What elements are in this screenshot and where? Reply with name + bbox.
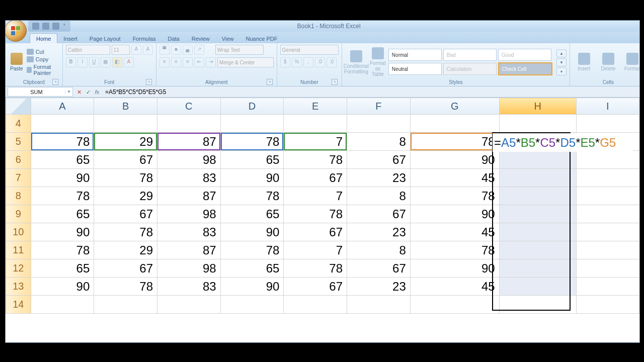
bold-button[interactable]: B bbox=[66, 57, 76, 67]
cell-C13[interactable]: 83 bbox=[157, 278, 221, 296]
conditional-formatting-button[interactable]: Conditional Formatting bbox=[345, 47, 367, 78]
col-header-C[interactable]: C bbox=[157, 98, 221, 115]
number-format-combo[interactable]: General bbox=[280, 45, 339, 55]
cell-G7[interactable]: 45 bbox=[410, 169, 499, 187]
cell-I10[interactable] bbox=[576, 223, 639, 241]
undo-icon[interactable] bbox=[42, 23, 49, 30]
col-header-B[interactable]: B bbox=[94, 98, 157, 115]
cell-H11[interactable] bbox=[499, 241, 576, 259]
font-color-button[interactable]: A bbox=[124, 57, 134, 67]
cell-H8[interactable] bbox=[499, 187, 576, 205]
cell-H4[interactable] bbox=[499, 115, 576, 133]
cell-A4[interactable] bbox=[31, 115, 94, 133]
cell-F6[interactable]: 67 bbox=[347, 151, 411, 169]
cell-E6[interactable]: 78 bbox=[284, 151, 347, 169]
cell-E5[interactable]: 7 bbox=[284, 133, 347, 151]
cell-B14[interactable] bbox=[94, 296, 157, 314]
cell-G13[interactable]: 45 bbox=[410, 278, 499, 296]
border-button[interactable]: ▦ bbox=[101, 57, 111, 67]
cell-D5[interactable]: 78 bbox=[220, 133, 284, 151]
formula-input[interactable]: =A5*B5*C5*D5*E5*G5 bbox=[103, 88, 639, 96]
format-painter-button[interactable]: Format Painter bbox=[27, 64, 59, 76]
currency-icon[interactable]: $ bbox=[280, 57, 290, 67]
indent-decrease-icon[interactable]: ⇤ bbox=[194, 57, 204, 67]
cell-A7[interactable]: 90 bbox=[31, 169, 94, 187]
cell-D7[interactable]: 90 bbox=[220, 169, 284, 187]
cell-C9[interactable]: 98 bbox=[157, 205, 221, 223]
percent-icon[interactable]: % bbox=[292, 57, 302, 67]
cell-F13[interactable]: 23 bbox=[347, 278, 411, 296]
styles-more-icon[interactable]: ▾ bbox=[556, 67, 567, 75]
name-box[interactable]: SUM ▼ bbox=[8, 87, 73, 97]
cell-F14[interactable] bbox=[347, 296, 411, 314]
cell-F9[interactable]: 67 bbox=[347, 205, 411, 223]
increase-decimal-icon[interactable]: .0 bbox=[315, 57, 325, 67]
style-calculation[interactable]: Calculation bbox=[443, 63, 497, 75]
cell-E4[interactable] bbox=[284, 115, 347, 133]
cell-D10[interactable]: 90 bbox=[220, 223, 284, 241]
quick-access-toolbar[interactable]: ▼ bbox=[28, 21, 70, 32]
cell-G5[interactable]: 78 bbox=[410, 133, 499, 151]
font-name-combo[interactable]: Calibri bbox=[66, 45, 110, 55]
tab-view[interactable]: View bbox=[216, 34, 240, 43]
cell-A6[interactable]: 65 bbox=[31, 151, 94, 169]
cell-G8[interactable]: 78 bbox=[410, 187, 499, 205]
cell-I13[interactable] bbox=[576, 278, 639, 296]
align-top-icon[interactable]: ▀ bbox=[159, 45, 170, 55]
namebox-dropdown-icon[interactable]: ▼ bbox=[65, 89, 72, 94]
cell-F10[interactable]: 23 bbox=[347, 223, 411, 241]
cell-E7[interactable]: 67 bbox=[284, 169, 347, 187]
cell-B13[interactable]: 78 bbox=[94, 278, 157, 296]
cell-I5[interactable] bbox=[576, 133, 639, 151]
cell-C7[interactable]: 83 bbox=[157, 169, 221, 187]
cell-H12[interactable] bbox=[499, 259, 576, 278]
italic-button[interactable]: I bbox=[77, 57, 88, 67]
cell-I12[interactable] bbox=[576, 259, 639, 278]
cell-C4[interactable] bbox=[157, 115, 221, 133]
cell-F4[interactable] bbox=[347, 115, 411, 133]
tab-page-layout[interactable]: Page Layout bbox=[84, 34, 127, 43]
row-header-14[interactable]: 14 bbox=[6, 296, 31, 314]
cell-C14[interactable] bbox=[157, 296, 221, 314]
cell-E12[interactable]: 78 bbox=[284, 259, 347, 278]
col-header-F[interactable]: F bbox=[347, 98, 411, 115]
cell-I9[interactable] bbox=[576, 205, 639, 223]
tab-review[interactable]: Review bbox=[186, 34, 216, 43]
cell-I11[interactable] bbox=[576, 241, 639, 259]
align-left-icon[interactable]: ≡ bbox=[159, 57, 170, 67]
style-neutral[interactable]: Neutral bbox=[388, 63, 442, 75]
indent-increase-icon[interactable]: ⇥ bbox=[206, 57, 216, 67]
office-button[interactable] bbox=[5, 20, 27, 42]
style-check-cell[interactable]: Check Cell bbox=[498, 62, 552, 75]
tab-insert[interactable]: Insert bbox=[57, 34, 84, 43]
styles-scroll-up-icon[interactable]: ▲ bbox=[556, 49, 567, 57]
row-header-6[interactable]: 6 bbox=[6, 151, 31, 169]
align-center-icon[interactable]: ≡ bbox=[171, 57, 181, 67]
cell-G11[interactable]: 78 bbox=[410, 241, 499, 259]
cell-F8[interactable]: 8 bbox=[347, 187, 411, 205]
cell-F7[interactable]: 23 bbox=[347, 169, 411, 187]
save-icon[interactable] bbox=[32, 23, 39, 30]
cell-A14[interactable] bbox=[31, 296, 94, 314]
align-right-icon[interactable]: ≡ bbox=[183, 57, 193, 67]
orientation-icon[interactable]: ↗ bbox=[194, 45, 204, 55]
col-header-G[interactable]: G bbox=[410, 98, 499, 115]
enter-formula-icon[interactable]: ✓ bbox=[84, 88, 92, 96]
cell-G4[interactable] bbox=[410, 115, 499, 133]
cell-G14[interactable] bbox=[410, 296, 499, 314]
cell-H5[interactable] bbox=[499, 133, 576, 151]
copy-button[interactable]: Copy bbox=[27, 56, 59, 62]
cell-B11[interactable]: 29 bbox=[94, 241, 157, 259]
cell-E9[interactable]: 78 bbox=[284, 205, 347, 223]
insert-cells-button[interactable]: Insert bbox=[573, 47, 595, 78]
col-header-A[interactable]: A bbox=[31, 98, 94, 115]
cell-B5[interactable]: 29 bbox=[94, 133, 157, 151]
fill-color-button[interactable]: ◧ bbox=[112, 57, 122, 67]
cell-F12[interactable]: 67 bbox=[347, 259, 411, 278]
cell-B6[interactable]: 67 bbox=[94, 151, 157, 169]
style-normal[interactable]: Normal bbox=[388, 49, 442, 61]
cell-H13[interactable] bbox=[499, 278, 576, 296]
redo-icon[interactable] bbox=[52, 23, 59, 30]
paste-button[interactable]: Paste bbox=[9, 47, 25, 78]
tab-formulas[interactable]: Formulas bbox=[127, 34, 162, 43]
